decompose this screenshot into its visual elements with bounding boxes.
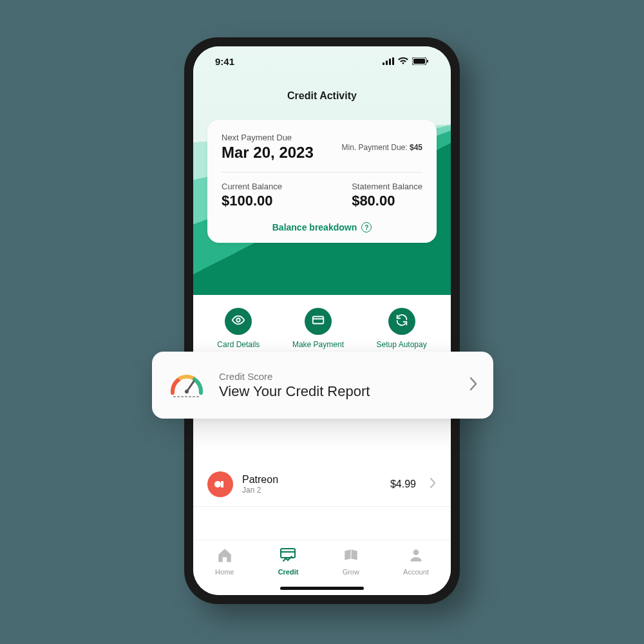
divider — [222, 172, 422, 173]
phone-frame: 9:41 Credit Activity Ne — [184, 37, 460, 604]
wifi-icon — [398, 56, 408, 67]
svg-rect-1 — [386, 61, 388, 65]
svg-rect-2 — [389, 59, 391, 65]
grow-icon — [343, 547, 359, 566]
svg-rect-11 — [221, 481, 223, 488]
svg-rect-6 — [427, 60, 428, 62]
chevron-right-icon — [469, 377, 478, 393]
tab-grow[interactable]: Grow — [343, 547, 359, 576]
svg-point-17 — [185, 390, 189, 393]
credit-score-card[interactable]: Credit Score View Your Credit Report — [152, 352, 493, 419]
tab-home[interactable]: Home — [215, 547, 234, 576]
svg-rect-3 — [392, 57, 394, 65]
balance-card: Next Payment Due Mar 20, 2023 Min. Payme… — [207, 120, 437, 243]
make-payment-button[interactable]: Make Payment — [292, 308, 344, 349]
svg-point-7 — [237, 318, 241, 322]
current-balance-label: Current Balance — [222, 182, 282, 191]
transaction-date: Jan 2 — [242, 486, 381, 495]
svg-point-10 — [214, 481, 221, 488]
page-title: Credit Activity — [207, 90, 437, 102]
transaction-row[interactable]: Patreon Jan 2 $4.99 — [193, 462, 451, 507]
statement-balance-label: Statement Balance — [352, 182, 422, 191]
current-balance-value: $100.00 — [222, 193, 282, 209]
hero-section: 9:41 Credit Activity Ne — [193, 46, 451, 295]
svg-rect-5 — [413, 59, 425, 64]
next-payment-label: Next Payment Due — [222, 133, 314, 142]
battery-icon — [412, 56, 429, 67]
eye-icon — [231, 313, 245, 330]
svg-rect-8 — [313, 317, 324, 324]
tab-account[interactable]: Account — [403, 547, 429, 576]
min-payment-due: Min. Payment Due: $45 — [342, 143, 422, 152]
credit-score-label: Credit Score — [219, 371, 370, 382]
statement-balance-value: $80.00 — [352, 193, 422, 209]
refresh-icon — [395, 313, 409, 330]
home-icon — [216, 547, 233, 566]
balance-breakdown-link[interactable]: Balance breakdown ? — [222, 222, 422, 232]
screen: 9:41 Credit Activity Ne — [193, 46, 451, 595]
status-time: 9:41 — [215, 56, 234, 67]
chevron-right-icon — [429, 477, 437, 491]
svg-rect-0 — [383, 62, 384, 65]
account-icon — [408, 547, 424, 566]
transaction-amount: $4.99 — [390, 478, 416, 490]
credit-score-title: View Your Credit Report — [219, 383, 370, 400]
svg-rect-12 — [281, 549, 295, 558]
merchant-logo — [207, 471, 233, 497]
home-indicator — [280, 587, 364, 590]
gauge-icon — [167, 368, 206, 402]
next-payment-date: Mar 20, 2023 — [222, 144, 314, 162]
cellular-icon — [383, 56, 394, 67]
status-indicators — [383, 56, 429, 67]
svg-point-15 — [413, 549, 419, 555]
tab-credit[interactable]: Credit — [278, 547, 299, 576]
card-icon — [311, 313, 325, 330]
credit-icon — [279, 547, 298, 566]
setup-autopay-button[interactable]: Setup Autopay — [377, 308, 427, 349]
help-icon: ? — [361, 222, 372, 232]
transaction-name: Patreon — [242, 474, 381, 486]
status-bar: 9:41 — [207, 46, 437, 76]
card-details-button[interactable]: Card Details — [217, 308, 260, 349]
tab-bar: Home Credit Grow Account — [193, 540, 451, 595]
